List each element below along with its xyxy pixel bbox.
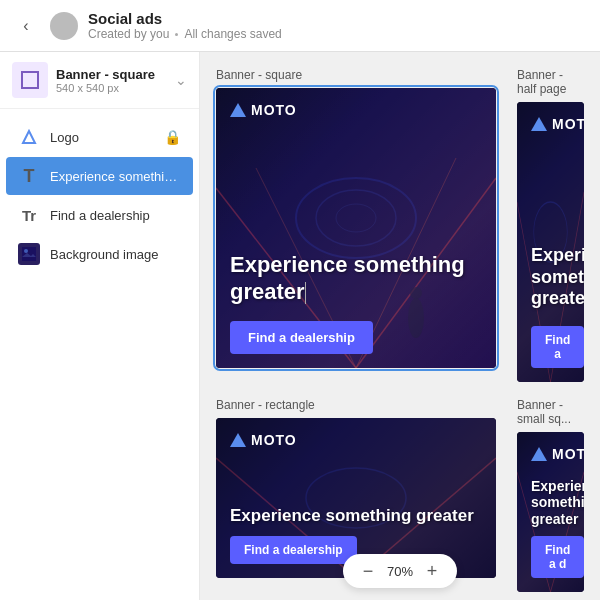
format-name: Banner - square: [56, 67, 167, 82]
zoom-bar: − 70% +: [343, 554, 457, 588]
sidebar-item-logo[interactable]: Logo 🔒: [6, 118, 193, 156]
layers-section: Logo 🔒 T Experience something... Tr Find…: [0, 109, 199, 282]
sidebar-item-background[interactable]: Background image: [6, 235, 193, 273]
moto-logo-small: MOTO: [531, 446, 570, 462]
lock-icon: 🔒: [164, 129, 181, 145]
moto-text-half: MOTO: [552, 116, 584, 132]
banner-label-small: Banner - small sq...: [517, 398, 584, 426]
format-selector[interactable]: Banner - square 540 x 540 px ⌄: [0, 52, 199, 109]
find-dealership-button-half[interactable]: Find a: [531, 326, 584, 368]
banner-headline-rect: Experience something greater: [230, 506, 482, 526]
sidebar: Banner - square 540 x 540 px ⌄ Logo 🔒: [0, 52, 200, 600]
moto-triangle-icon-small: [531, 447, 547, 461]
image-icon: [18, 243, 40, 265]
sidebar-label-experience: Experience something...: [50, 169, 181, 184]
top-bar: ‹ Social ads Created by you All changes …: [0, 0, 600, 52]
find-dealership-button-square[interactable]: Find a dealership: [230, 321, 373, 354]
format-size: 540 x 540 px: [56, 82, 167, 94]
svg-point-3: [24, 249, 28, 253]
sidebar-label-logo: Logo: [50, 130, 154, 145]
zoom-out-button[interactable]: −: [357, 560, 379, 582]
sidebar-label-bg: Background image: [50, 247, 181, 262]
banner-label-half: Banner - half page: [517, 68, 584, 96]
banner-preview-half[interactable]: MOTO Experiencesomethinggreater Find a: [517, 102, 584, 382]
svg-rect-2: [22, 247, 36, 261]
moto-logo-half: MOTO: [531, 116, 570, 132]
top-bar-titles: Social ads Created by you All changes sa…: [88, 10, 282, 41]
banner-content-small: MOTO Experience something greater Find a…: [517, 432, 584, 592]
moto-triangle-icon: [230, 103, 246, 117]
logo-icon: [18, 126, 40, 148]
text-small-icon: Tr: [18, 204, 40, 226]
moto-triangle-icon-rect: [230, 433, 246, 447]
svg-rect-0: [22, 72, 38, 88]
banner-card-half: Banner - half page MOTO: [517, 68, 584, 382]
format-info: Banner - square 540 x 540 px: [56, 67, 167, 94]
moto-logo: MOTO: [230, 102, 482, 118]
banner-preview-square[interactable]: MOTO Experience something greater Find a…: [216, 88, 496, 368]
page-title: Social ads: [88, 10, 282, 27]
canvas-area: Banner - square: [200, 52, 600, 600]
canvas-wrapper: Banner - square: [200, 52, 600, 600]
banner-card-small: Banner - small sq... MOTO: [517, 398, 584, 592]
back-button[interactable]: ‹: [12, 12, 40, 40]
page-subtitle: Created by you All changes saved: [88, 27, 282, 41]
banner-content-square: MOTO Experience something greater Find a…: [216, 88, 496, 368]
moto-text: MOTO: [251, 102, 297, 118]
sidebar-item-find[interactable]: Tr Find a dealership: [6, 196, 193, 234]
find-dealership-button-rect[interactable]: Find a dealership: [230, 536, 357, 564]
zoom-in-button[interactable]: +: [421, 560, 443, 582]
moto-triangle-icon-half: [531, 117, 547, 131]
banner-preview-small[interactable]: MOTO Experience something greater Find a…: [517, 432, 584, 592]
banner-label-rect: Banner - rectangle: [216, 398, 501, 412]
svg-marker-1: [23, 131, 35, 143]
sidebar-label-find: Find a dealership: [50, 208, 181, 223]
chevron-down-icon: ⌄: [175, 72, 187, 88]
moto-logo-rect: MOTO: [230, 432, 482, 448]
find-dealership-button-small[interactable]: Find a d: [531, 536, 584, 578]
dot-separator: [175, 33, 178, 36]
banner-headline-square[interactable]: Experience something greater: [230, 252, 482, 305]
avatar: [50, 12, 78, 40]
banner-headline-small: Experience something greater: [531, 478, 570, 528]
sidebar-item-experience[interactable]: T Experience something...: [6, 157, 193, 195]
zoom-level: 70%: [387, 564, 413, 579]
moto-text-rect: MOTO: [251, 432, 297, 448]
text-large-icon: T: [18, 165, 40, 187]
banner-content-half: MOTO Experiencesomethinggreater Find a: [517, 102, 584, 382]
moto-text-small: MOTO: [552, 446, 584, 462]
format-thumbnail: [12, 62, 48, 98]
banner-label-square: Banner - square: [216, 68, 501, 82]
banner-headline-half: Experiencesomethinggreater: [531, 245, 570, 310]
main-layout: Banner - square 540 x 540 px ⌄ Logo 🔒: [0, 52, 600, 600]
text-cursor: [305, 282, 306, 304]
banner-card-square: Banner - square: [216, 68, 501, 382]
